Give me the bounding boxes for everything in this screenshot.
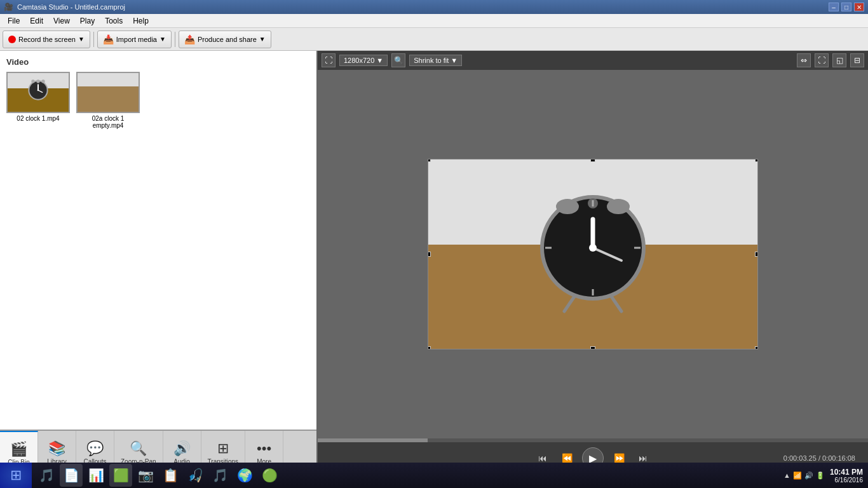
clip-bin-area: Video [0,51,316,430]
toolbar-separator-2 [175,32,175,47]
window-title: Camtasia Studio - Untitled.camproj [17,3,125,11]
toolbar-separator-1 [93,32,94,47]
taskbar-apps: 🎵 📄 📊 🟩 📷 📋 🎣 🎵 🌍 🟢 [32,464,778,487]
preview-tool-4[interactable]: ⊟ [850,53,864,67]
preview-tool-2[interactable]: ⛶ [815,53,829,67]
handle-bottom-mid[interactable] [590,346,595,349]
fullscreen-button[interactable]: ⛶ [322,53,336,67]
taskbar-app-media[interactable]: 🎣 [184,464,207,487]
network-icon: 📶 [793,471,802,480]
produce-share-button[interactable]: 📤 Produce and share ▼ [179,30,271,48]
svg-line-19 [611,295,621,311]
import-media-button[interactable]: 📥 Import media ▼ [97,30,172,48]
svg-point-9 [607,199,630,214]
more-icon: ••• [257,440,271,457]
handle-top-mid[interactable] [590,159,595,162]
magnify-icon[interactable]: 🔍 [391,53,405,67]
titlebar: 🎥 Camtasia Studio - Untitled.camproj – □… [0,0,868,14]
clip-bin-icon: 🎬 [10,441,27,458]
resolution-value: 1280x720 [344,57,374,64]
toolbar: Record the screen ▼ 📥 Import media ▼ 📤 P… [0,28,868,51]
tray-icon-1: ▲ [783,471,790,479]
taskbar-app-chrome[interactable]: 🌍 [233,464,256,487]
media-label-clock1: 02 clock 1.mp4 [17,115,59,122]
menu-file[interactable]: File [3,15,25,27]
handle-bottom-left[interactable] [428,346,431,349]
battery-icon: 🔋 [816,471,825,480]
svg-point-3 [41,79,44,83]
handle-bottom-right[interactable] [755,346,758,349]
fit-selector[interactable]: Shrink to fit ▼ [409,55,462,66]
taskbar: ⊞ 🎵 📄 📊 🟩 📷 📋 🎣 🎵 🌍 🟢 ▲ 📶 🔊 🔋 10:41 PM 6… [0,463,868,488]
resolution-selector[interactable]: 1280x720 ▼ [339,55,388,66]
taskbar-app-excel[interactable]: 📊 [85,464,107,487]
menu-tools[interactable]: Tools [100,15,128,27]
taskbar-right: ▲ 📶 🔊 🔋 10:41 PM 6/16/2016 [778,468,868,484]
preview-tool-3[interactable]: ◱ [832,53,846,67]
record-dot-icon [8,36,16,43]
maximize-button[interactable]: □ [841,3,851,11]
menu-play[interactable]: Play [75,15,100,27]
preview-tool-1[interactable]: ⇔ [797,53,811,67]
fit-dropdown-icon: ▼ [451,57,458,64]
taskbar-app-photoshop[interactable]: 📷 [134,464,157,487]
resolution-dropdown-icon: ▼ [376,57,383,64]
callouts-icon: 💬 [86,440,104,457]
svg-point-2 [31,79,34,83]
clip-bin-title: Video [6,57,310,67]
preview-canvas [428,159,758,349]
volume-icon: 🔊 [804,471,813,480]
taskbar-clock[interactable]: 10:41 PM 6/16/2016 [830,468,863,484]
fit-value: Shrink to fit [414,57,449,64]
record-button[interactable]: Record the screen ▼ [3,30,90,48]
produce-dropdown-icon[interactable]: ▼ [259,36,266,43]
import-label: Import media [116,36,157,43]
media-thumb-clock1 [6,72,70,113]
clock1-svg [25,76,51,102]
record-dropdown-icon[interactable]: ▼ [78,36,85,43]
taskbar-app-camtasia2[interactable]: 🟢 [258,464,281,487]
preview-area [318,70,868,438]
minimize-button[interactable]: – [829,3,839,11]
start-button[interactable]: ⊞ [0,463,32,488]
left-panel: Video [0,51,318,474]
handle-mid-left[interactable] [428,252,431,257]
import-dropdown-icon[interactable]: ▼ [159,36,166,43]
media-item-clock1[interactable]: 02 clock 1.mp4 [6,72,70,129]
taskbar-app-camtasia[interactable]: 🟩 [109,464,132,487]
total-time: 0:00:16:08 [822,454,855,462]
produce-label: Produce and share [198,36,257,43]
svg-point-13 [589,244,597,252]
media-label-clock2: 02a clock 1 empty.mp4 [76,115,140,129]
svg-line-18 [564,295,575,311]
menu-help[interactable]: Help [128,15,154,27]
preview-clock-svg [529,184,656,324]
taskbar-time: 10:41 PM [830,468,863,477]
zoom-icon: 🔍 [130,440,147,457]
menu-view[interactable]: View [48,15,75,27]
record-label: Record the screen [18,36,76,43]
handle-top-right[interactable] [755,159,758,162]
taskbar-app-word[interactable]: 📄 [60,464,83,487]
right-panel: ⛶ 1280x720 ▼ 🔍 Shrink to fit ▼ ⇔ ⛶ ◱ ⊟ [318,51,868,474]
handle-mid-right[interactable] [755,252,758,257]
taskbar-app-tool[interactable]: 📋 [159,464,182,487]
close-button[interactable]: ✕ [854,3,864,11]
preview-clock-image [428,159,757,349]
system-tray-icons: ▲ 📶 🔊 🔋 [783,471,825,480]
audio-icon: 🔊 [173,440,191,457]
current-time: 0:00:03.25 [783,454,817,462]
media-thumb-clock2 [76,72,140,113]
preview-toolbar: ⛶ 1280x720 ▼ 🔍 Shrink to fit ▼ ⇔ ⛶ ◱ ⊟ [318,51,868,70]
titlebar-left: 🎥 Camtasia Studio - Untitled.camproj [4,3,125,11]
clock2-thumbnail [78,73,139,112]
taskbar-app-winmedia[interactable]: 🎵 [35,464,58,487]
main-area: Video [0,51,868,474]
taskbar-app-itunes[interactable]: 🎵 [208,464,231,487]
time-display: 0:00:03.25 / 0:00:16:08 [783,454,855,462]
clock1-thumbnail [8,73,69,112]
handle-top-left[interactable] [428,159,431,162]
taskbar-date: 6/16/2016 [830,477,863,484]
menu-edit[interactable]: Edit [25,15,48,27]
media-item-clock2[interactable]: 02a clock 1 empty.mp4 [76,72,140,129]
